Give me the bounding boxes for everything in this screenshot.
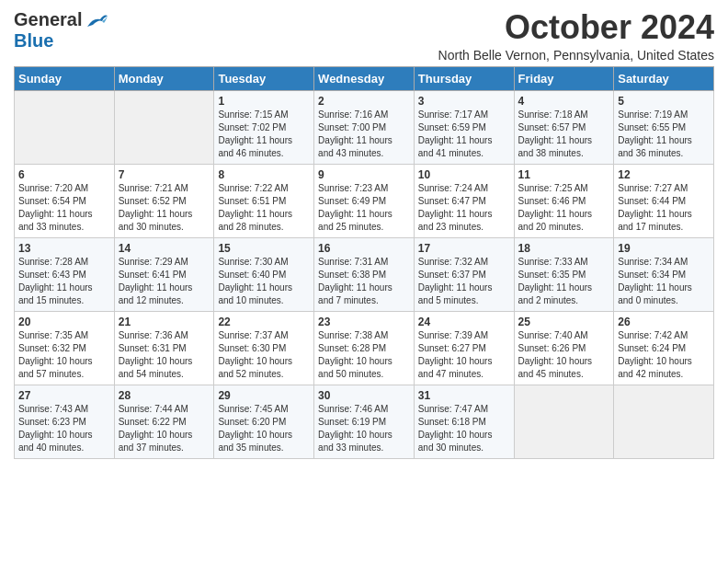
day-info: Sunrise: 7:30 AM Sunset: 6:40 PM Dayligh… <box>218 256 310 307</box>
title-area: October 2024 North Belle Vernon, Pennsyl… <box>438 9 714 63</box>
calendar-cell: 9Sunrise: 7:23 AM Sunset: 6:49 PM Daylig… <box>314 164 415 237</box>
day-number: 23 <box>318 316 410 328</box>
weekday-header-thursday: Thursday <box>414 66 514 90</box>
month-title: October 2024 <box>438 9 714 46</box>
logo: General Blue <box>14 9 109 52</box>
day-info: Sunrise: 7:35 AM Sunset: 6:32 PM Dayligh… <box>18 329 110 381</box>
logo-bird-icon <box>84 10 109 30</box>
page-header: General Blue October 2024 North Belle Ve… <box>14 9 714 63</box>
day-info: Sunrise: 7:46 AM Sunset: 6:19 PM Dayligh… <box>318 403 410 454</box>
day-number: 21 <box>119 316 210 328</box>
calendar-cell: 18Sunrise: 7:33 AM Sunset: 6:35 PM Dayli… <box>514 237 614 311</box>
calendar-cell: 27Sunrise: 7:43 AM Sunset: 6:23 PM Dayli… <box>15 385 115 458</box>
calendar-cell: 17Sunrise: 7:32 AM Sunset: 6:37 PM Dayli… <box>414 237 514 311</box>
weekday-header-wednesday: Wednesday <box>314 66 415 90</box>
day-number: 1 <box>218 95 310 108</box>
calendar-cell: 4Sunrise: 7:18 AM Sunset: 6:57 PM Daylig… <box>514 90 614 164</box>
calendar-cell <box>114 90 214 164</box>
weekday-header-tuesday: Tuesday <box>214 66 314 90</box>
calendar-cell: 1Sunrise: 7:15 AM Sunset: 7:02 PM Daylig… <box>214 90 314 164</box>
calendar-cell: 16Sunrise: 7:31 AM Sunset: 6:38 PM Dayli… <box>314 237 415 311</box>
day-info: Sunrise: 7:37 AM Sunset: 6:30 PM Dayligh… <box>218 329 310 381</box>
day-number: 13 <box>18 242 110 255</box>
calendar-cell: 24Sunrise: 7:39 AM Sunset: 6:27 PM Dayli… <box>414 311 514 385</box>
week-row-1: 1Sunrise: 7:15 AM Sunset: 7:02 PM Daylig… <box>15 90 714 164</box>
calendar-table: SundayMondayTuesdayWednesdayThursdayFrid… <box>14 66 714 459</box>
day-info: Sunrise: 7:27 AM Sunset: 6:44 PM Dayligh… <box>618 182 710 234</box>
day-number: 14 <box>119 242 210 255</box>
day-info: Sunrise: 7:28 AM Sunset: 6:43 PM Dayligh… <box>18 256 110 307</box>
calendar-cell <box>15 90 115 164</box>
day-info: Sunrise: 7:31 AM Sunset: 6:38 PM Dayligh… <box>318 256 410 307</box>
week-row-5: 27Sunrise: 7:43 AM Sunset: 6:23 PM Dayli… <box>15 385 714 458</box>
day-number: 31 <box>418 389 510 402</box>
day-info: Sunrise: 7:47 AM Sunset: 6:18 PM Dayligh… <box>418 403 510 454</box>
calendar-cell: 22Sunrise: 7:37 AM Sunset: 6:30 PM Dayli… <box>214 311 314 385</box>
day-info: Sunrise: 7:24 AM Sunset: 6:47 PM Dayligh… <box>418 182 510 234</box>
day-number: 15 <box>218 242 310 255</box>
day-number: 2 <box>318 95 410 108</box>
week-row-2: 6Sunrise: 7:20 AM Sunset: 6:54 PM Daylig… <box>15 164 714 237</box>
location-text: North Belle Vernon, Pennsylvania, United… <box>438 48 714 63</box>
weekday-header-saturday: Saturday <box>614 66 714 90</box>
calendar-cell: 2Sunrise: 7:16 AM Sunset: 7:00 PM Daylig… <box>314 90 415 164</box>
weekday-header-row: SundayMondayTuesdayWednesdayThursdayFrid… <box>15 66 714 90</box>
day-number: 11 <box>518 168 610 181</box>
day-number: 8 <box>218 168 310 181</box>
day-info: Sunrise: 7:17 AM Sunset: 6:59 PM Dayligh… <box>418 109 510 160</box>
week-row-3: 13Sunrise: 7:28 AM Sunset: 6:43 PM Dayli… <box>15 237 714 311</box>
day-info: Sunrise: 7:33 AM Sunset: 6:35 PM Dayligh… <box>518 256 610 307</box>
day-info: Sunrise: 7:15 AM Sunset: 7:02 PM Dayligh… <box>218 109 310 160</box>
calendar-cell: 15Sunrise: 7:30 AM Sunset: 6:40 PM Dayli… <box>214 237 314 311</box>
logo-text: General <box>14 9 82 30</box>
weekday-header-sunday: Sunday <box>15 66 115 90</box>
day-info: Sunrise: 7:18 AM Sunset: 6:57 PM Dayligh… <box>518 109 610 160</box>
day-info: Sunrise: 7:21 AM Sunset: 6:52 PM Dayligh… <box>119 182 210 234</box>
day-number: 12 <box>618 168 710 181</box>
day-number: 22 <box>218 316 310 328</box>
calendar-cell: 6Sunrise: 7:20 AM Sunset: 6:54 PM Daylig… <box>15 164 115 237</box>
day-info: Sunrise: 7:25 AM Sunset: 6:46 PM Dayligh… <box>518 182 610 234</box>
calendar-cell: 12Sunrise: 7:27 AM Sunset: 6:44 PM Dayli… <box>614 164 714 237</box>
day-number: 4 <box>518 95 610 108</box>
day-number: 30 <box>318 389 410 402</box>
day-info: Sunrise: 7:40 AM Sunset: 6:26 PM Dayligh… <box>518 329 610 381</box>
weekday-header-friday: Friday <box>514 66 614 90</box>
day-info: Sunrise: 7:32 AM Sunset: 6:37 PM Dayligh… <box>418 256 510 307</box>
day-number: 28 <box>119 389 210 402</box>
week-row-4: 20Sunrise: 7:35 AM Sunset: 6:32 PM Dayli… <box>15 311 714 385</box>
day-number: 10 <box>418 168 510 181</box>
day-info: Sunrise: 7:22 AM Sunset: 6:51 PM Dayligh… <box>218 182 310 234</box>
calendar-cell: 26Sunrise: 7:42 AM Sunset: 6:24 PM Dayli… <box>614 311 714 385</box>
day-number: 7 <box>119 168 210 181</box>
logo-blue-text: Blue <box>14 30 53 51</box>
calendar-cell: 31Sunrise: 7:47 AM Sunset: 6:18 PM Dayli… <box>414 385 514 458</box>
day-info: Sunrise: 7:36 AM Sunset: 6:31 PM Dayligh… <box>119 329 210 381</box>
calendar-cell: 7Sunrise: 7:21 AM Sunset: 6:52 PM Daylig… <box>114 164 214 237</box>
day-number: 20 <box>18 316 110 328</box>
calendar-cell: 3Sunrise: 7:17 AM Sunset: 6:59 PM Daylig… <box>414 90 514 164</box>
day-info: Sunrise: 7:43 AM Sunset: 6:23 PM Dayligh… <box>18 403 110 454</box>
day-number: 18 <box>518 242 610 255</box>
calendar-cell: 13Sunrise: 7:28 AM Sunset: 6:43 PM Dayli… <box>15 237 115 311</box>
day-info: Sunrise: 7:42 AM Sunset: 6:24 PM Dayligh… <box>618 329 710 381</box>
day-number: 9 <box>318 168 410 181</box>
day-info: Sunrise: 7:20 AM Sunset: 6:54 PM Dayligh… <box>18 182 110 234</box>
day-number: 16 <box>318 242 410 255</box>
day-info: Sunrise: 7:45 AM Sunset: 6:20 PM Dayligh… <box>218 403 310 454</box>
day-info: Sunrise: 7:38 AM Sunset: 6:28 PM Dayligh… <box>318 329 410 381</box>
day-info: Sunrise: 7:16 AM Sunset: 7:00 PM Dayligh… <box>318 109 410 160</box>
calendar-cell: 29Sunrise: 7:45 AM Sunset: 6:20 PM Dayli… <box>214 385 314 458</box>
day-number: 6 <box>18 168 110 181</box>
day-number: 19 <box>618 242 710 255</box>
calendar-cell: 5Sunrise: 7:19 AM Sunset: 6:55 PM Daylig… <box>614 90 714 164</box>
day-number: 27 <box>18 389 110 402</box>
calendar-cell: 30Sunrise: 7:46 AM Sunset: 6:19 PM Dayli… <box>314 385 415 458</box>
calendar-cell: 11Sunrise: 7:25 AM Sunset: 6:46 PM Dayli… <box>514 164 614 237</box>
calendar-cell: 28Sunrise: 7:44 AM Sunset: 6:22 PM Dayli… <box>114 385 214 458</box>
day-number: 25 <box>518 316 610 328</box>
calendar-cell: 14Sunrise: 7:29 AM Sunset: 6:41 PM Dayli… <box>114 237 214 311</box>
calendar-cell <box>614 385 714 458</box>
day-info: Sunrise: 7:44 AM Sunset: 6:22 PM Dayligh… <box>119 403 210 454</box>
calendar-cell: 25Sunrise: 7:40 AM Sunset: 6:26 PM Dayli… <box>514 311 614 385</box>
